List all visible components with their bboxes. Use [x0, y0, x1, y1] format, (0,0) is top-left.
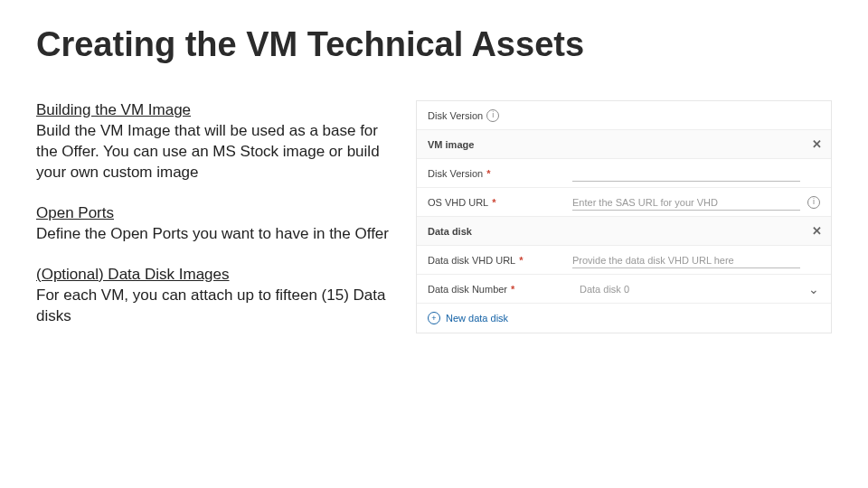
label-os-vhd-url: OS VHD URL [428, 197, 488, 208]
data-disk-vhd-url-input[interactable]: Provide the data disk VHD URL here [572, 252, 800, 268]
row-disk-version: Disk Version * [417, 159, 831, 188]
label-disk-version-top: Disk Version [428, 110, 483, 121]
data-disk-number-select[interactable]: Data disk 0 [572, 284, 820, 295]
info-icon[interactable]: i [807, 196, 820, 209]
row-data-disk-number: Data disk Number * Data disk 0 ⌄ [417, 275, 831, 304]
row-data-disk-header: Data disk ✕ [417, 217, 831, 246]
section-heading: Building the VM Image [36, 101, 191, 118]
label-data-disk: Data disk [428, 226, 472, 237]
vm-image-form: Disk Version i VM image ✕ Disk Version * [416, 100, 832, 333]
section-heading: Open Ports [36, 204, 114, 221]
label-disk-version: Disk Version [428, 168, 483, 179]
required-mark: * [511, 284, 514, 295]
required-mark: * [519, 255, 523, 266]
close-icon[interactable]: ✕ [812, 138, 822, 150]
disk-version-input[interactable] [572, 165, 800, 182]
section-building-vm: Building the VM Image Build the VM Image… [36, 100, 398, 183]
required-mark: * [492, 197, 495, 208]
info-icon[interactable]: i [486, 109, 499, 122]
close-icon[interactable]: ✕ [812, 225, 822, 237]
new-data-disk-label: New data disk [446, 313, 508, 324]
row-data-disk-vhd-url: Data disk VHD URL * Provide the data dis… [417, 246, 831, 275]
row-os-vhd-url: OS VHD URL * Enter the SAS URL for your … [417, 188, 831, 217]
row-vm-image-header: VM image ✕ [417, 130, 831, 159]
new-data-disk-button[interactable]: + New data disk [428, 312, 508, 324]
label-vm-image: VM image [428, 139, 474, 150]
section-heading: (Optional) Data Disk Images [36, 266, 230, 283]
left-column: Building the VM Image Build the VM Image… [36, 100, 398, 346]
os-vhd-url-input[interactable]: Enter the SAS URL for your VHD [572, 194, 800, 211]
page-title: Creating the VM Technical Assets [36, 25, 832, 64]
label-data-disk-number: Data disk Number [428, 284, 507, 295]
required-mark: * [486, 168, 490, 179]
section-data-disks: (Optional) Data Disk Images For each VM,… [36, 265, 398, 327]
plus-icon: + [428, 312, 440, 324]
row-disk-version-top: Disk Version i [417, 101, 831, 130]
row-new-data-disk[interactable]: + New data disk [417, 304, 831, 333]
section-body: For each VM, you can attach up to fiftee… [36, 286, 385, 324]
section-body: Build the VM Image that will be used as … [36, 122, 380, 181]
form-screenshot: Disk Version i VM image ✕ Disk Version * [416, 100, 832, 346]
section-open-ports: Open Ports Define the Open Ports you wan… [36, 203, 398, 245]
chevron-down-icon[interactable]: ⌄ [807, 283, 820, 296]
section-body: Define the Open Ports you want to have i… [36, 225, 389, 242]
label-data-disk-vhd-url: Data disk VHD URL [428, 255, 515, 266]
